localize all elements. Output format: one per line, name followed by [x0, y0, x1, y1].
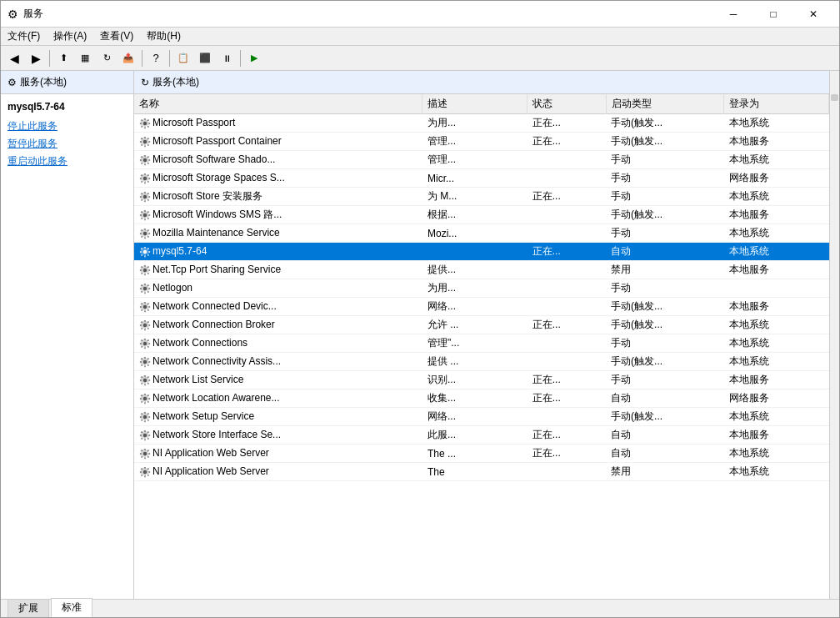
- services-table[interactable]: 名称 描述 状态 启动类型 登录为 Microsoft Passport为用..…: [134, 94, 829, 599]
- table-row[interactable]: Network Connectivity Assis...提供 ...手动(触发…: [134, 353, 829, 371]
- refresh-button[interactable]: ↻: [97, 48, 117, 68]
- service-status-cell: [528, 206, 606, 224]
- menu-view[interactable]: 查看(V): [93, 28, 140, 45]
- service-starttype-cell: 手动(触发...: [606, 114, 724, 133]
- table-row[interactable]: Network List Service识别...正在...手动本地服务: [134, 371, 829, 389]
- sidebar: ⚙ 服务(本地) mysql5.7-64 停止此服务 暂停此服务 重启动此服务: [1, 71, 134, 599]
- title-controls: ─ □ ✕: [714, 1, 832, 28]
- table-row[interactable]: Network Connected Devic...网络...手动(触发...本…: [134, 298, 829, 316]
- table-row[interactable]: Network Setup Service网络...手动(触发...本地系统: [134, 408, 829, 426]
- service-starttype-cell: 手动: [606, 279, 724, 298]
- service-status-cell: [528, 261, 606, 279]
- service-login-cell: 本地系统: [724, 445, 829, 463]
- toolbar-separator-1: [49, 50, 50, 67]
- maximize-button[interactable]: □: [754, 1, 792, 28]
- service-desc-cell: 此服...: [422, 426, 528, 445]
- col-header-status[interactable]: 状态: [528, 94, 606, 114]
- svg-point-9: [143, 287, 147, 290]
- refresh-icon: ↻: [141, 77, 149, 88]
- service-login-cell: 本地服务: [724, 298, 829, 316]
- toolbar-separator-2: [142, 50, 142, 67]
- stop-button[interactable]: ⬛: [195, 48, 215, 68]
- col-header-desc[interactable]: 描述: [422, 94, 528, 114]
- service-gear-icon: [139, 411, 151, 423]
- service-status-cell: 正在...: [528, 243, 606, 261]
- menu-help[interactable]: 帮助(H): [140, 28, 188, 45]
- toolbar-separator-3: [169, 50, 170, 67]
- service-gear-icon: [139, 136, 151, 148]
- table-row[interactable]: Network Location Awarene...收集...正在...自动网…: [134, 389, 829, 408]
- pause-button[interactable]: ⏸: [217, 48, 237, 68]
- menu-action[interactable]: 操作(A): [47, 28, 93, 45]
- service-name-cell: Network Connectivity Assis...: [134, 353, 422, 371]
- sidebar-content: mysql5.7-64 停止此服务 暂停此服务 重启动此服务: [1, 94, 133, 599]
- main-header: ↻ 服务(本地): [134, 71, 829, 94]
- start-button[interactable]: ▶: [244, 48, 264, 68]
- pause-link-text: 暂停: [8, 138, 28, 149]
- service-gear-icon: [139, 374, 151, 386]
- service-login-cell: 本地系统: [724, 463, 829, 481]
- table-row[interactable]: Microsoft Passport为用...正在...手动(触发...本地系统: [134, 114, 829, 133]
- show-hide-button[interactable]: ▦: [75, 48, 95, 68]
- table-row[interactable]: Network Connection Broker允许 ...正在...手动(触…: [134, 316, 829, 334]
- window-title: 服务: [23, 7, 43, 21]
- service-gear-icon: [139, 301, 151, 313]
- table-row[interactable]: Microsoft Windows SMS 路...根据...手动(触发...本…: [134, 206, 829, 224]
- scrollbar[interactable]: [829, 71, 839, 599]
- service-name-cell: Microsoft Windows SMS 路...: [134, 206, 422, 224]
- service-name-cell: Network List Service: [134, 371, 422, 389]
- service-name-cell: Network Setup Service: [134, 408, 422, 426]
- service-gear-icon: [139, 466, 151, 478]
- table-row[interactable]: Netlogon为用...手动: [134, 279, 829, 298]
- minimize-button[interactable]: ─: [714, 1, 752, 28]
- main-header-title: 服务(本地): [152, 75, 199, 89]
- close-button[interactable]: ✕: [794, 1, 832, 28]
- col-header-start[interactable]: 启动类型: [606, 94, 724, 114]
- col-header-name[interactable]: 名称: [134, 94, 422, 114]
- selected-service-title: mysql5.7-64: [8, 101, 127, 113]
- service-status-cell: 正在...: [528, 371, 606, 389]
- svg-point-17: [143, 434, 147, 437]
- export-button[interactable]: 📤: [118, 48, 138, 68]
- forward-button[interactable]: ▶: [26, 48, 46, 68]
- service-status-cell: 正在...: [528, 389, 606, 408]
- service-gear-icon: [139, 448, 151, 460]
- table-row[interactable]: NI Application Web ServerThe ...正在...自动本…: [134, 445, 829, 463]
- table-row[interactable]: Microsoft Passport Container管理...正在...手动…: [134, 133, 829, 151]
- service-status-cell: 正在...: [528, 133, 606, 151]
- service-desc-cell: 管理...: [422, 133, 528, 151]
- scrollbar-thumb[interactable]: [831, 94, 838, 101]
- table-row[interactable]: Microsoft Store 安装服务为 M...正在...手动本地系统: [134, 188, 829, 206]
- back-button[interactable]: ◀: [4, 48, 24, 68]
- col-header-login[interactable]: 登录为: [724, 94, 829, 114]
- table-row[interactable]: Network Store Interface Se...此服...正在...自…: [134, 426, 829, 445]
- service-status-cell: 正在...: [528, 188, 606, 206]
- table-row[interactable]: NI Application Web ServerThe禁用本地系统: [134, 463, 829, 481]
- properties-button[interactable]: 📋: [173, 48, 193, 68]
- svg-point-5: [143, 214, 147, 217]
- tab-expand[interactable]: 扩展: [8, 599, 49, 617]
- table-row[interactable]: Network Connections管理"...手动本地系统: [134, 334, 829, 353]
- table-row[interactable]: Net.Tcp Port Sharing Service提供...禁用本地服务: [134, 261, 829, 279]
- service-desc-cell: 提供 ...: [422, 353, 528, 371]
- up-button[interactable]: ⬆: [53, 48, 73, 68]
- service-name-cell: Network Connected Devic...: [134, 298, 422, 316]
- service-login-cell: 本地系统: [724, 188, 829, 206]
- services-list-table: 名称 描述 状态 启动类型 登录为 Microsoft Passport为用..…: [134, 94, 829, 481]
- pause-service-link[interactable]: 暂停此服务: [8, 137, 127, 151]
- menu-file[interactable]: 文件(F): [1, 28, 47, 45]
- table-row[interactable]: mysql5.7-64正在...自动本地系统: [134, 243, 829, 261]
- toolbar: ◀ ▶ ⬆ ▦ ↻ 📤 ? 📋 ⬛ ⏸ ▶: [1, 46, 839, 71]
- help-button[interactable]: ?: [146, 48, 166, 68]
- service-desc-cell: 为 M...: [422, 188, 528, 206]
- stop-service-link[interactable]: 停止此服务: [8, 119, 127, 133]
- tab-standard[interactable]: 标准: [51, 598, 92, 617]
- table-row[interactable]: Mozilla Maintenance ServiceMozi...手动本地系统: [134, 224, 829, 243]
- restart-service-link[interactable]: 重启动此服务: [8, 154, 127, 168]
- restart-link-suffix: 此服务: [38, 155, 68, 167]
- service-status-cell: [528, 151, 606, 169]
- service-starttype-cell: 手动: [606, 169, 724, 188]
- svg-point-15: [143, 397, 147, 400]
- table-row[interactable]: Microsoft Software Shado...管理...手动本地系统: [134, 151, 829, 169]
- table-row[interactable]: Microsoft Storage Spaces S...Micr...手动网络…: [134, 169, 829, 188]
